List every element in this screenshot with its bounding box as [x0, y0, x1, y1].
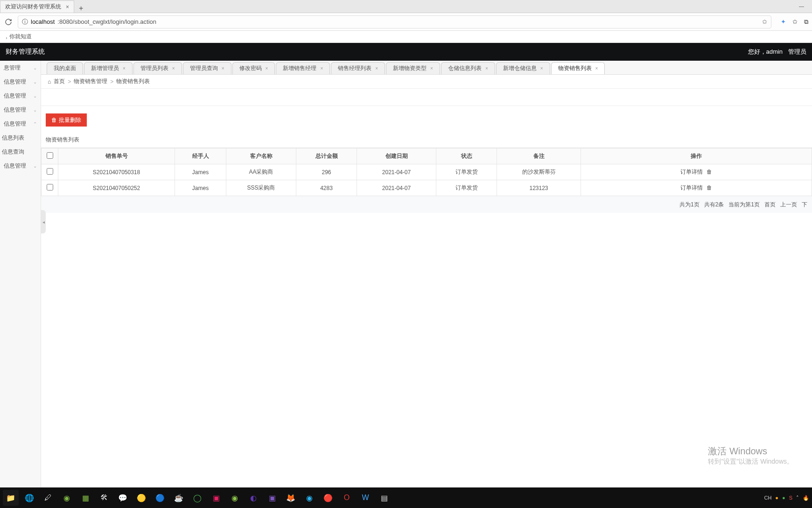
pager-total-pages: 共为1页: [679, 201, 700, 209]
window-controls: —: [791, 0, 812, 13]
sidebar-label: 信息管理: [4, 78, 26, 86]
home-icon[interactable]: ⌂: [48, 78, 51, 85]
close-icon[interactable]: ×: [375, 66, 378, 71]
chevron-down-icon: ⌄: [33, 93, 37, 99]
cell-remark: 的沙发斯蒂芬: [497, 164, 581, 180]
row-checkbox[interactable]: [47, 168, 53, 175]
row-checkbox[interactable]: [47, 184, 53, 190]
info-icon: ⓘ: [22, 18, 28, 26]
app-title: 财务管理系统: [6, 48, 45, 56]
tab-admin-query[interactable]: 管理员查询×: [183, 62, 231, 74]
sidebar-item[interactable]: 信息管理 ⌄: [0, 103, 41, 117]
col-handler: 经手人: [175, 148, 226, 164]
pager-prev[interactable]: 上一页: [780, 201, 797, 209]
close-icon[interactable]: ×: [61, 4, 69, 10]
tab-add-storage[interactable]: 新增仓储信息×: [496, 62, 550, 74]
sidebar-item[interactable]: 信息管理 ⌄: [0, 159, 41, 173]
tab-change-password[interactable]: 修改密码×: [232, 62, 275, 74]
cell-total: 296: [296, 164, 357, 180]
close-icon[interactable]: ×: [430, 66, 433, 71]
select-all-checkbox[interactable]: [47, 152, 53, 159]
minimize-button[interactable]: —: [791, 0, 812, 13]
sidebar-item[interactable]: 信息管理 ⌄: [0, 89, 41, 103]
main-panel: 我的桌面 新增管理员× 管理员列表× 管理员查询× 修改密码× 新增销售经理× …: [41, 61, 812, 487]
sidebar-label: 信息查询: [2, 148, 24, 156]
app-body: 息管理 ⌄ 信息管理 ⌄ 信息管理 ⌄ 信息管理 ⌄ 信息管理 ⌃ 信息列表 信…: [0, 61, 812, 487]
close-icon[interactable]: ×: [485, 66, 488, 71]
tab-material-sales-list[interactable]: 物资销售列表×: [551, 62, 605, 74]
sidebar-subitem[interactable]: 信息列表: [0, 131, 41, 145]
cell-create-date: 2021-04-07: [357, 180, 436, 196]
sidebar-item[interactable]: 息管理 ⌄: [0, 61, 41, 75]
refresh-icon[interactable]: [4, 17, 13, 27]
tab-admin-list[interactable]: 管理员列表×: [133, 62, 182, 74]
batch-delete-button[interactable]: 🗑 批量删除: [46, 113, 87, 127]
close-icon[interactable]: ×: [266, 66, 268, 71]
sidebar-collapse-handle[interactable]: ◂: [41, 210, 46, 233]
tab-my-desktop[interactable]: 我的桌面: [47, 62, 83, 74]
browser-tab[interactable]: 欢迎访问财务管理系统 ×: [0, 0, 74, 13]
role-label[interactable]: 管理员: [788, 48, 806, 56]
order-detail-link[interactable]: 订单详情: [680, 184, 703, 191]
col-customer: 客户名称: [226, 148, 296, 164]
pager-total-records: 共有2条: [704, 201, 724, 209]
tab-add-sales-manager[interactable]: 新增销售经理×: [276, 62, 330, 74]
close-icon[interactable]: ×: [172, 66, 175, 71]
close-icon[interactable]: ×: [123, 66, 126, 71]
col-operate: 操作: [581, 148, 812, 164]
tab-sales-manager-list[interactable]: 销售经理列表×: [331, 62, 385, 74]
tab-add-material-type[interactable]: 新增物资类型×: [386, 62, 440, 74]
cell-handler: James: [175, 180, 226, 196]
close-icon[interactable]: ×: [222, 66, 224, 71]
trash-icon: 🗑: [51, 117, 57, 123]
url-path: :8080/sboot_cwglxt/login/login.action: [57, 18, 156, 25]
sales-table: 销售单号 经手人 客户名称 总计金额 创建日期 状态 备注 操作 S202104…: [41, 148, 812, 196]
favorites-icon[interactable]: ✩: [792, 18, 798, 26]
sidebar-item[interactable]: 信息管理 ⌄: [0, 75, 41, 89]
bookmark-item[interactable]: ，你就知道: [4, 33, 32, 41]
app-header: 财务管理系统 您好，admin 管理员: [0, 43, 812, 61]
col-remark: 备注: [497, 148, 581, 164]
chevron-down-icon: ⌄: [33, 79, 37, 85]
cell-customer: SSS采购商: [226, 180, 296, 196]
close-icon[interactable]: ×: [320, 66, 323, 71]
url-field[interactable]: ⓘ localhost:8080/sboot_cwglxt/login/logi…: [18, 15, 771, 28]
trash-icon[interactable]: 🗑: [707, 184, 712, 191]
col-order-no: 销售单号: [58, 148, 175, 164]
close-icon[interactable]: ×: [595, 66, 598, 71]
close-icon[interactable]: ×: [540, 66, 543, 71]
sidebar-item[interactable]: 信息管理 ⌃: [0, 117, 41, 131]
new-tab-button[interactable]: +: [74, 4, 88, 13]
table-row: S20210407050318 James AA采购商 296 2021-04-…: [42, 164, 812, 180]
greeting: 您好，admin: [748, 48, 783, 56]
order-detail-link[interactable]: 订单详情: [680, 169, 703, 175]
table-row: S20210407050252 James SSS采购商 4283 2021-0…: [42, 180, 812, 196]
trash-icon[interactable]: 🗑: [707, 169, 712, 175]
tab-add-admin[interactable]: 新增管理员×: [84, 62, 133, 74]
pager-current: 当前为第1页: [728, 201, 760, 209]
tab-storage-list[interactable]: 仓储信息列表×: [441, 62, 495, 74]
breadcrumb-sep: >: [68, 78, 71, 85]
col-total: 总计金额: [296, 148, 357, 164]
chevron-up-icon: ⌃: [33, 121, 37, 127]
cell-customer: AA采购商: [226, 164, 296, 180]
page-tabs: 我的桌面 新增管理员× 管理员列表× 管理员查询× 修改密码× 新增销售经理× …: [41, 61, 812, 75]
pager-next[interactable]: 下: [802, 201, 807, 209]
breadcrumb-seg[interactable]: 物资销售管理: [74, 78, 107, 85]
cell-status: 订单发货: [436, 180, 497, 196]
extension-icon[interactable]: ✦: [781, 18, 786, 26]
sidebar-label: 信息列表: [2, 134, 24, 142]
breadcrumb: ⌂ 首页 > 物资销售管理 > 物资销售列表: [41, 75, 812, 89]
content-area: 🗑 批量删除 物资销售列表 销售单号 经手人 客户名称 总计金额 创建日期 状态: [41, 89, 812, 213]
collections-icon[interactable]: ⧉: [804, 18, 808, 26]
sidebar-label: 信息管理: [4, 92, 26, 100]
sidebar: 息管理 ⌄ 信息管理 ⌄ 信息管理 ⌄ 信息管理 ⌄ 信息管理 ⌃ 信息列表 信…: [0, 61, 41, 487]
sidebar-subitem[interactable]: 信息查询: [0, 145, 41, 159]
breadcrumb-home[interactable]: 首页: [54, 78, 65, 85]
cell-handler: James: [175, 164, 226, 180]
cell-total: 4283: [296, 180, 357, 196]
sidebar-label: 信息管理: [4, 120, 26, 128]
sidebar-label: 信息管理: [4, 162, 26, 170]
star-icon[interactable]: ✩: [762, 18, 767, 25]
pager-first[interactable]: 首页: [764, 201, 776, 209]
